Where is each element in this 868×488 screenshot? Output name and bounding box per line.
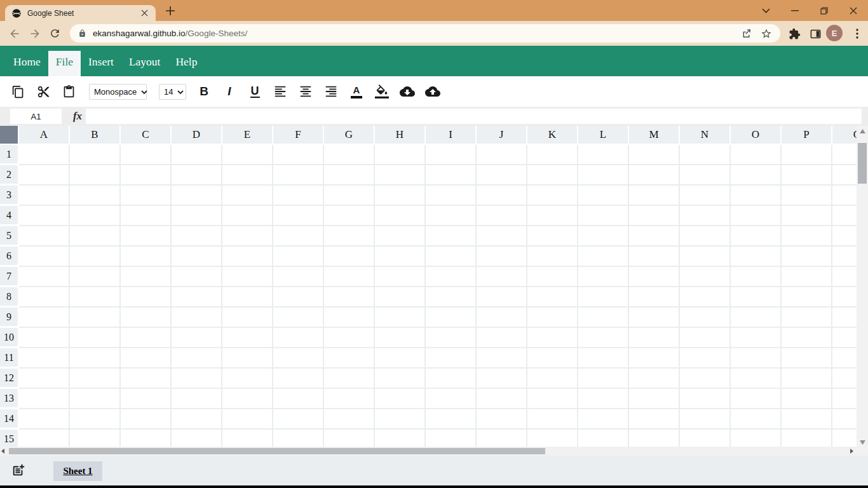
cell-C12[interactable] (121, 369, 172, 389)
cell-P4[interactable] (782, 206, 832, 226)
cell-M11[interactable] (629, 348, 680, 369)
scroll-left-arrow-icon[interactable] (1, 447, 6, 456)
sheet-tab[interactable]: Sheet 1 (53, 461, 102, 481)
cell-P7[interactable] (782, 267, 832, 287)
cell-I10[interactable] (426, 328, 477, 348)
cell-F1[interactable] (273, 145, 324, 165)
cell-Q12[interactable] (832, 369, 857, 389)
cell-M13[interactable] (629, 389, 680, 409)
cell-G14[interactable] (324, 409, 375, 430)
cell-G10[interactable] (324, 328, 375, 348)
cell-A1[interactable] (19, 145, 70, 165)
cell-F8[interactable] (273, 287, 324, 308)
cut-icon[interactable] (35, 83, 51, 100)
column-header-K[interactable]: K (527, 126, 578, 145)
cell-J3[interactable] (477, 186, 527, 206)
column-header-J[interactable]: J (477, 126, 527, 145)
scroll-up-arrow-icon[interactable] (857, 129, 868, 133)
cell-A11[interactable] (19, 348, 70, 369)
row-header-5[interactable]: 5 (0, 226, 19, 247)
cell-K11[interactable] (527, 348, 578, 369)
cell-P1[interactable] (782, 145, 832, 165)
cell-C9[interactable] (121, 308, 172, 328)
cell-M5[interactable] (629, 226, 680, 247)
forward-button[interactable] (27, 25, 43, 41)
cell-L6[interactable] (578, 247, 629, 267)
vertical-scroll-thumb[interactable] (858, 143, 867, 184)
cell-O13[interactable] (731, 389, 782, 409)
cell-C6[interactable] (121, 247, 172, 267)
cell-K15[interactable] (527, 430, 578, 447)
cell-E11[interactable] (222, 348, 273, 369)
cell-J5[interactable] (477, 226, 527, 247)
cell-Q5[interactable] (832, 226, 857, 247)
back-button[interactable] (6, 25, 22, 41)
cell-H14[interactable] (375, 409, 426, 430)
column-header-O[interactable]: O (731, 126, 782, 145)
cell-C4[interactable] (121, 206, 172, 226)
select-all-corner[interactable] (0, 126, 19, 145)
cell-N10[interactable] (680, 328, 731, 348)
cell-P6[interactable] (782, 247, 832, 267)
cell-B5[interactable] (70, 226, 121, 247)
cell-J15[interactable] (477, 430, 527, 447)
cell-N12[interactable] (680, 369, 731, 389)
cell-G4[interactable] (324, 206, 375, 226)
cell-G2[interactable] (324, 165, 375, 186)
cell-J13[interactable] (477, 389, 527, 409)
cell-M7[interactable] (629, 267, 680, 287)
cell-M4[interactable] (629, 206, 680, 226)
url-bar[interactable]: ekanshagarwal.github.io/Google-Sheets/ (70, 24, 780, 43)
cell-B11[interactable] (70, 348, 121, 369)
cell-K3[interactable] (527, 186, 578, 206)
cell-K2[interactable] (527, 165, 578, 186)
copy-icon[interactable] (10, 83, 26, 100)
cell-G9[interactable] (324, 308, 375, 328)
cell-A5[interactable] (19, 226, 70, 247)
cell-E13[interactable] (222, 389, 273, 409)
cell-G13[interactable] (324, 389, 375, 409)
cell-M15[interactable] (629, 430, 680, 447)
cell-O6[interactable] (731, 247, 782, 267)
kebab-menu-icon[interactable] (850, 26, 865, 41)
column-header-M[interactable]: M (629, 126, 680, 145)
url-text[interactable]: ekanshagarwal.github.io/Google-Sheets/ (93, 29, 733, 38)
cell-B4[interactable] (70, 206, 121, 226)
column-header-E[interactable]: E (222, 126, 273, 145)
restore-button[interactable] (810, 0, 839, 21)
cell-O10[interactable] (731, 328, 782, 348)
column-header-N[interactable]: N (680, 126, 731, 145)
font-family-select[interactable]: Monospace (89, 84, 147, 100)
column-header-P[interactable]: P (782, 126, 832, 145)
extensions-puzzle-icon[interactable] (787, 26, 802, 41)
cell-B13[interactable] (70, 389, 121, 409)
cell-Q6[interactable] (832, 247, 857, 267)
cell-L11[interactable] (578, 348, 629, 369)
cell-E9[interactable] (222, 308, 273, 328)
cell-A14[interactable] (19, 409, 70, 430)
cell-K4[interactable] (527, 206, 578, 226)
cell-Q11[interactable] (832, 348, 857, 369)
cell-B14[interactable] (70, 409, 121, 430)
add-sheet-icon[interactable] (10, 462, 27, 478)
cell-E4[interactable] (222, 206, 273, 226)
cell-M6[interactable] (629, 247, 680, 267)
cell-H11[interactable] (375, 348, 426, 369)
cell-K13[interactable] (527, 389, 578, 409)
column-header-I[interactable]: I (426, 126, 477, 145)
cell-O14[interactable] (731, 409, 782, 430)
cell-J10[interactable] (477, 328, 527, 348)
cell-M12[interactable] (629, 369, 680, 389)
browser-tab[interactable]: Google Sheet (5, 5, 156, 21)
cell-I3[interactable] (426, 186, 477, 206)
cell-L1[interactable] (578, 145, 629, 165)
cell-I11[interactable] (426, 348, 477, 369)
cell-I9[interactable] (426, 308, 477, 328)
column-header-D[interactable]: D (172, 126, 222, 145)
cell-M2[interactable] (629, 165, 680, 186)
cell-H3[interactable] (375, 186, 426, 206)
cell-N1[interactable] (680, 145, 731, 165)
tab-search-chevron-icon[interactable] (751, 0, 780, 21)
cell-I14[interactable] (426, 409, 477, 430)
cell-Q13[interactable] (832, 389, 857, 409)
